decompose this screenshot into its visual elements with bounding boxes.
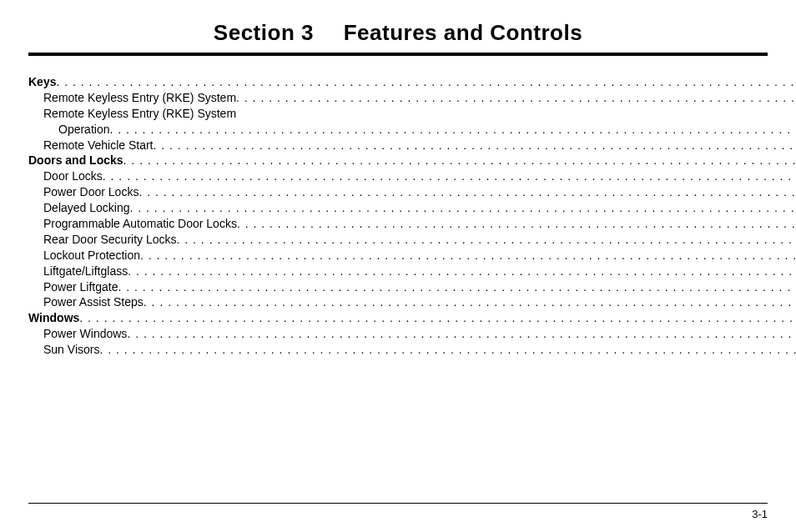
toc-entry: Delayed Locking 3-11 <box>28 200 796 216</box>
toc-leader <box>128 263 796 279</box>
title-rule <box>28 53 768 56</box>
toc-leader <box>237 216 796 232</box>
toc-entry: Rear Door Security Locks 3-11 <box>28 232 796 248</box>
footer-rule <box>28 503 768 504</box>
toc-entry: Power Windows 3-19 <box>28 326 796 342</box>
page-number: 3-1 <box>752 508 768 520</box>
toc-label: Remote Vehicle Start <box>43 138 154 153</box>
toc-label: Doors and Locks <box>28 153 123 168</box>
toc-label: Remote Keyless Entry (RKE) System <box>43 90 236 106</box>
toc-leader <box>99 342 796 358</box>
toc-leader <box>177 232 796 248</box>
toc-leader <box>130 200 796 216</box>
toc-label: Delayed Locking <box>43 200 130 216</box>
toc-entry: Liftgate/Liftglass 3-12 <box>28 263 796 279</box>
page: Section 3 Features and Controls Keys 3-3… <box>0 0 796 532</box>
toc-entry: Operation 3-4 <box>28 122 796 138</box>
toc-entry: Power Assist Steps 3-17 <box>28 294 796 310</box>
title-name: Features and Controls <box>344 20 582 45</box>
toc-entry: Remote Keyless Entry (RKE) System <box>28 106 796 122</box>
toc-leader <box>154 138 796 153</box>
toc-label: Liftgate/Liftglass <box>43 263 128 279</box>
page-title: Section 3 Features and Controls <box>214 20 582 46</box>
toc-label: Power Assist Steps <box>43 294 144 310</box>
toc-label: Power Windows <box>43 326 127 342</box>
toc-column-left: Keys 3-3Remote Keyless Entry (RKE) Syste… <box>28 74 796 406</box>
toc-entry: Remote Vehicle Start 3-7 <box>28 138 796 153</box>
toc-leader <box>109 122 796 138</box>
toc-entry: Power Liftgate 3-14 <box>28 279 796 295</box>
toc-entry: Sun Visors 3-21 <box>28 342 796 358</box>
toc-leader <box>140 248 796 263</box>
toc-leader <box>236 90 796 106</box>
toc-heading: Windows 3-18 <box>28 310 796 326</box>
toc-entry: Lockout Protection 3-12 <box>28 248 796 263</box>
toc-label: Keys <box>28 74 56 90</box>
toc-label: Programmable Automatic Door Locks <box>43 216 237 232</box>
toc-heading: Keys 3-3 <box>28 74 796 90</box>
toc-entry: Remote Keyless Entry (RKE) System 3-4 <box>28 90 796 106</box>
toc-leader <box>79 310 796 326</box>
toc-leader <box>139 184 796 200</box>
toc-leader <box>56 74 796 90</box>
toc-entry: Programmable Automatic Door Locks 3-11 <box>28 216 796 232</box>
toc-leader <box>127 326 796 342</box>
toc-label: Power Door Locks <box>43 184 139 200</box>
toc-label: Power Liftgate <box>43 279 118 295</box>
toc-leader <box>123 153 796 168</box>
toc-label: Rear Door Security Locks <box>43 232 177 248</box>
toc-leader <box>103 168 796 184</box>
page-title-wrap: Section 3 Features and Controls <box>28 20 768 46</box>
toc-heading: Doors and Locks 3-10 <box>28 153 796 168</box>
toc-label: Sun Visors <box>43 342 99 358</box>
title-section: Section 3 <box>214 20 314 45</box>
toc-leader <box>144 294 796 310</box>
toc-label: Operation <box>58 122 109 138</box>
toc-label: Remote Keyless Entry (RKE) System <box>43 106 236 122</box>
toc-entry: Door Locks 3-10 <box>28 168 796 184</box>
toc-label: Lockout Protection <box>43 248 140 263</box>
toc-entry: Power Door Locks 3-10 <box>28 184 796 200</box>
toc-label: Windows <box>28 310 79 326</box>
toc-leader <box>118 279 797 295</box>
toc-columns: Keys 3-3Remote Keyless Entry (RKE) Syste… <box>28 74 768 406</box>
toc-label: Door Locks <box>43 168 103 184</box>
